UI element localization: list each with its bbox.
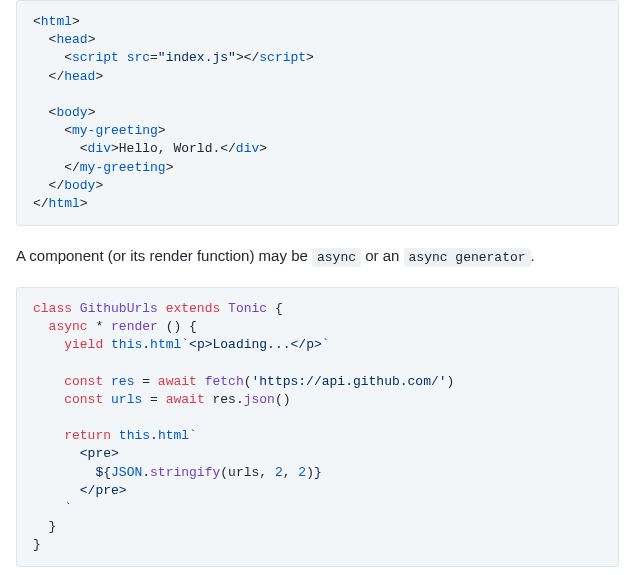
code-line: } (33, 537, 41, 552)
code-line: <pre> (33, 446, 119, 461)
code-line: ${JSON.stringify(urls, 2, 2)} (33, 465, 322, 480)
code-line: </html> (33, 196, 88, 211)
inline-code: async generator (404, 248, 531, 267)
code-line: return this.html` (33, 428, 197, 443)
code-line: <my-greeting> (33, 123, 166, 138)
code-line: </my-greeting> (33, 160, 173, 175)
code-line: ` (33, 501, 72, 516)
code-block-html: <html> <head> <script src="index.js"></s… (16, 0, 619, 226)
code-line: <div>Hello, World.</div> (33, 141, 267, 156)
code-line: <body> (33, 105, 95, 120)
code-line: async * render () { (33, 319, 197, 334)
code-line: const res = await fetch('https://api.git… (33, 374, 454, 389)
code-line: <html> (33, 14, 80, 29)
code-line: <head> (33, 32, 95, 47)
text: A component (or its render function) may… (16, 247, 312, 264)
code-line: </body> (33, 178, 103, 193)
code-line: <script src="index.js"></script> (33, 50, 314, 65)
code-line: class GithubUrls extends Tonic { (33, 301, 283, 316)
code-line: } (33, 519, 56, 534)
paragraph: A component (or its render function) may… (16, 244, 619, 269)
text: or an (361, 247, 404, 264)
code-block-js: class GithubUrls extends Tonic { async *… (16, 287, 619, 568)
text: . (531, 247, 535, 264)
inline-code: async (312, 248, 361, 267)
code-line: </head> (33, 69, 103, 84)
code-line: const urls = await res.json() (33, 392, 291, 407)
code-line: </pre> (33, 483, 127, 498)
code-line: yield this.html`<p>Loading...</p>` (33, 337, 330, 352)
